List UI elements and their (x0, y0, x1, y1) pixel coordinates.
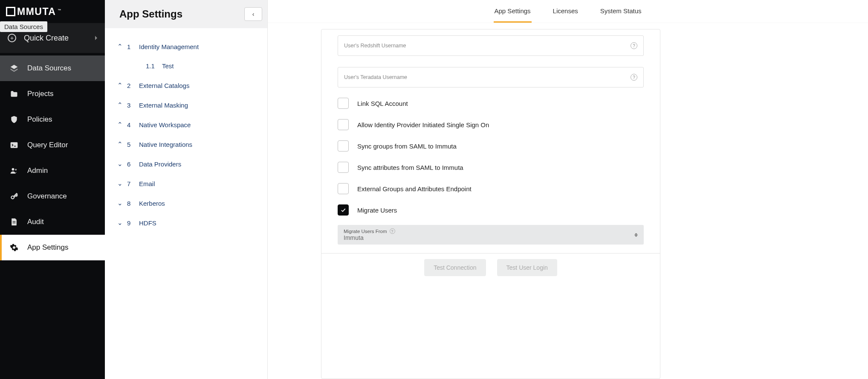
checkbox-migrate-users[interactable] (338, 204, 349, 216)
test-connection-button[interactable]: Test Connection (424, 259, 486, 276)
terminal-icon (9, 140, 19, 150)
tree-item-email[interactable]: ⌄ 7 Email (105, 174, 267, 193)
svg-rect-7 (13, 221, 16, 222)
tree-item-external-masking[interactable]: ⌃ 3 External Masking (105, 95, 267, 115)
chevron-down-icon: ⌄ (117, 180, 123, 187)
svg-point-6 (11, 196, 14, 199)
chevron-up-icon: ⌃ (117, 43, 123, 50)
settings-nav-title: App Settings (119, 8, 182, 20)
key-icon (9, 192, 19, 201)
tree-label: Kerberos (139, 200, 165, 207)
sidebar-item-label: Policies (27, 115, 52, 124)
checkbox-ext-groups[interactable] (338, 183, 349, 194)
sidebar-item-audit[interactable]: Audit (0, 209, 105, 235)
chevron-up-icon: ⌃ (117, 101, 123, 109)
svg-marker-1 (11, 69, 18, 72)
collapse-panel-button[interactable]: ‹ (244, 7, 262, 21)
sort-icon (634, 233, 638, 237)
checkbox-sync-attrs[interactable] (338, 162, 349, 173)
top-tabs: App Settings Licenses System Status (268, 0, 868, 23)
checkbox-label: Sync attributes from SAML to Immuta (357, 164, 463, 171)
svg-rect-8 (13, 223, 16, 223)
teradata-username-field[interactable]: User's Teradata Username ? (338, 67, 644, 87)
plus-circle-icon: + (8, 34, 16, 42)
users-icon (9, 166, 19, 175)
chevron-down-icon: ⌄ (117, 219, 123, 227)
tab-app-settings[interactable]: App Settings (494, 0, 532, 23)
sidebar-item-label: Data Sources (27, 64, 71, 73)
tree-item-native-workspace[interactable]: ⌃ 4 Native Workspace (105, 115, 267, 134)
logo-tm: ™ (58, 9, 62, 12)
svg-point-4 (12, 168, 14, 171)
tree-item-hdfs[interactable]: ⌄ 9 HDFS (105, 213, 267, 233)
checkbox-idp-sso[interactable] (338, 119, 349, 130)
tree-item-kerberos[interactable]: ⌄ 8 Kerberos (105, 193, 267, 213)
chevron-up-icon: ⌃ (117, 121, 123, 128)
sidebar-item-label: Audit (27, 218, 44, 226)
sidebar-item-app-settings[interactable]: App Settings (0, 235, 105, 260)
migrate-from-select[interactable]: Migrate Users From ? Immuta (338, 225, 644, 245)
sidebar-item-projects[interactable]: Projects (0, 81, 105, 107)
sidebar-item-governance[interactable]: Governance (0, 184, 105, 209)
help-icon[interactable]: ? (631, 74, 637, 81)
tree-label: External Masking (139, 102, 188, 109)
checkbox-label: External Groups and Attributes Endpoint (357, 185, 472, 192)
checkbox-label: Sync groups from SAML to Immuta (357, 143, 457, 150)
tree-num: 1.1 (146, 62, 158, 70)
tree-num: 4 (127, 121, 135, 128)
tree-num: 2 (127, 82, 135, 89)
settings-nav-panel: App Settings ‹ ⌃ 1 Identity Management 1… (105, 0, 268, 379)
tree-item-external-catalogs[interactable]: ⌃ 2 External Catalogs (105, 76, 267, 95)
tree-label: Email (139, 180, 155, 187)
logo[interactable]: MMUTA ™ (0, 0, 105, 23)
svg-marker-0 (11, 65, 18, 69)
document-icon (9, 217, 19, 227)
tree-num: 6 (127, 160, 135, 168)
tree-num: 7 (127, 180, 135, 187)
checkbox-link-sql[interactable] (338, 98, 349, 109)
tree-num: 1 (127, 43, 135, 50)
left-sidebar: MMUTA ™ + Quick Create Data Sources Proj… (0, 0, 105, 379)
checkbox-label: Migrate Users (357, 207, 397, 214)
select-value: Immuta (344, 234, 395, 241)
tree-num: 3 (127, 102, 135, 109)
sidebar-item-admin[interactable]: Admin (0, 158, 105, 184)
sidebar-item-label: Governance (27, 192, 67, 201)
sidebar-item-label: App Settings (27, 243, 68, 252)
checkbox-sync-groups[interactable] (338, 140, 349, 152)
logo-mark-icon (6, 7, 15, 16)
logo-text: MMUTA (17, 6, 56, 17)
sidebar-item-data-sources[interactable]: Data Sources (0, 55, 105, 81)
tree-item-data-providers[interactable]: ⌄ 6 Data Providers (105, 154, 267, 174)
tree-label: Data Providers (139, 160, 181, 168)
redshift-username-label: User's Redshift Username (344, 43, 406, 49)
help-icon[interactable]: ? (631, 42, 637, 49)
redshift-username-field[interactable]: User's Redshift Username ? (338, 35, 644, 56)
tree-label: External Catalogs (139, 82, 189, 89)
chevron-up-icon: ⌃ (117, 82, 123, 89)
tree-label: Native Integrations (139, 141, 192, 148)
teradata-username-label: User's Teradata Username (344, 74, 407, 80)
quick-create-label: Quick Create (24, 34, 95, 43)
tree-item-native-integrations[interactable]: ⌃ 5 Native Integrations (105, 134, 267, 154)
tree-num: 9 (127, 219, 135, 227)
tree-num: 8 (127, 200, 135, 207)
select-label: Migrate Users From (344, 229, 387, 234)
chevron-down-icon: ⌄ (117, 160, 123, 168)
sidebar-item-label: Projects (27, 90, 53, 98)
tree-num: 5 (127, 141, 135, 148)
help-icon[interactable]: ? (390, 228, 395, 234)
tree-subitem-test[interactable]: 1.1 Test (105, 56, 267, 76)
caret-right-icon (95, 36, 97, 40)
sidebar-item-query-editor[interactable]: Query Editor (0, 132, 105, 158)
checkbox-label: Allow Identity Provider Initiated Single… (357, 121, 489, 128)
tab-licenses[interactable]: Licenses (552, 0, 579, 23)
tree-label: Native Workspace (139, 121, 191, 128)
tree-item-identity-management[interactable]: ⌃ 1 Identity Management (105, 37, 267, 56)
checkbox-label: Link SQL Account (357, 100, 408, 107)
layers-icon (9, 64, 19, 73)
tab-system-status[interactable]: System Status (599, 0, 642, 23)
sidebar-item-policies[interactable]: Policies (0, 107, 105, 132)
settings-card: User's Redshift Username ? User's Terada… (321, 29, 660, 379)
test-user-login-button[interactable]: Test User Login (497, 259, 557, 276)
